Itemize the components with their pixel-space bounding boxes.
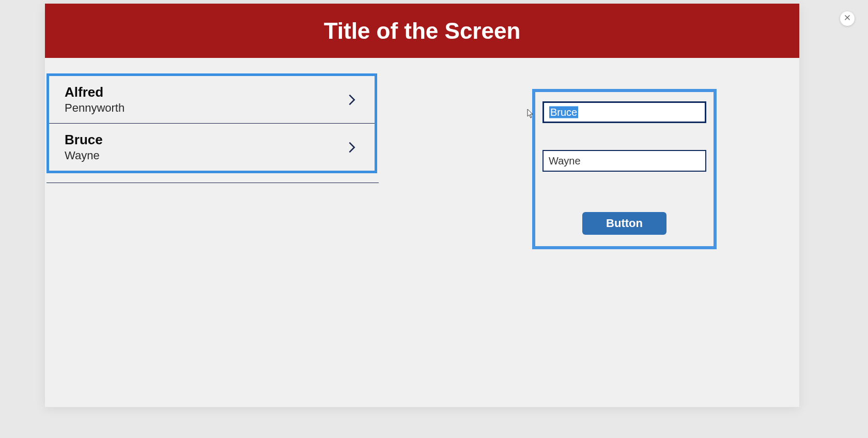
list-item[interactable]: Alfred Pennyworth bbox=[49, 76, 375, 124]
list-item-title: Bruce bbox=[65, 132, 103, 148]
close-icon bbox=[844, 14, 851, 23]
form-panel: Bruce Button bbox=[532, 89, 717, 249]
first-name-input[interactable] bbox=[542, 101, 706, 123]
first-name-input-wrapper: Bruce bbox=[542, 101, 706, 123]
list-item-text: Bruce Wayne bbox=[65, 132, 103, 162]
list-item-text: Alfred Pennyworth bbox=[65, 84, 125, 115]
chevron-right-icon bbox=[345, 140, 359, 155]
list-panel: Alfred Pennyworth Bruce Wayne bbox=[47, 73, 377, 173]
screen-title: Title of the Screen bbox=[324, 18, 521, 44]
list-item-subtitle: Pennyworth bbox=[65, 101, 125, 115]
submit-button[interactable]: Button bbox=[582, 212, 667, 235]
content-area: Alfred Pennyworth Bruce Wayne bbox=[45, 58, 799, 89]
list-item-subtitle: Wayne bbox=[65, 149, 103, 162]
divider bbox=[47, 183, 379, 183]
list-item[interactable]: Bruce Wayne bbox=[49, 124, 375, 171]
chevron-right-icon bbox=[345, 93, 359, 107]
list-item-title: Alfred bbox=[65, 84, 125, 100]
screen-header: Title of the Screen bbox=[45, 4, 799, 58]
app-screen: Title of the Screen Alfred Pennyworth Br… bbox=[45, 4, 799, 407]
last-name-input[interactable] bbox=[542, 150, 706, 172]
close-button[interactable] bbox=[840, 11, 855, 26]
